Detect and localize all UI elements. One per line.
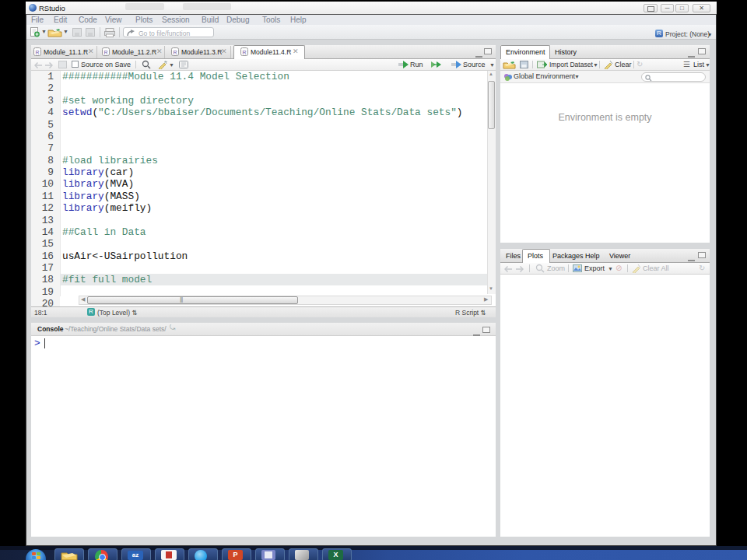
svg-text:R: R	[35, 50, 39, 55]
svg-text:R: R	[103, 50, 107, 55]
svg-text:R: R	[242, 50, 246, 55]
svg-text:R: R	[173, 50, 177, 55]
